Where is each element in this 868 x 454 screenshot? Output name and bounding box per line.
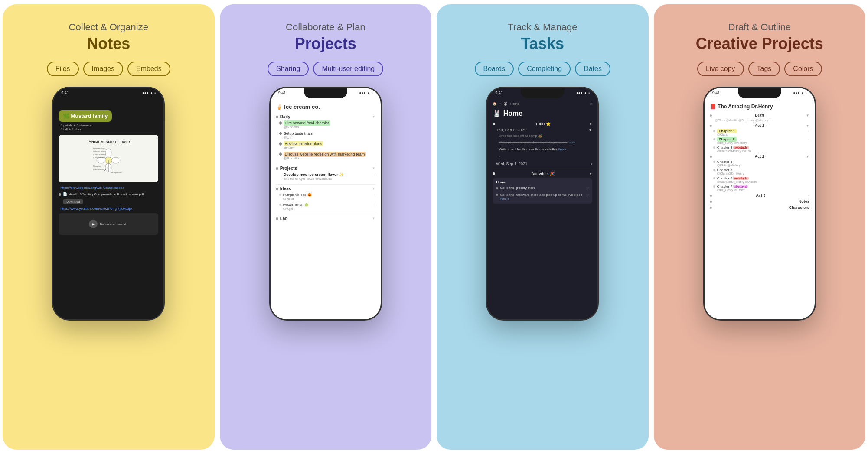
bullet1-text: 📄 Health-Affecting Compounds in Brassica… xyxy=(63,192,144,197)
grocery-dot xyxy=(496,187,498,189)
notes-header: Notes xyxy=(710,199,809,204)
tag-dates[interactable]: Dates xyxy=(575,62,610,76)
todo-header: Todo ⭐ ▼ xyxy=(493,122,592,126)
tag-sharing[interactable]: Sharing xyxy=(268,62,309,76)
tag-livecopy[interactable]: Live copy xyxy=(697,62,744,76)
obstacle-tag-2[interactable]: #obstacle xyxy=(733,177,749,180)
diamond-2 xyxy=(279,132,282,135)
pumpkin-sub: @Nina xyxy=(283,197,375,201)
signal-icon-4: ●●● xyxy=(793,91,799,95)
panel-tasks-title: Tasks xyxy=(521,35,564,53)
date-1-text: Thu, Sep 2, 2021 xyxy=(496,128,526,132)
pecan-sub: @Kyle xyxy=(283,207,375,211)
hardware-chevron[interactable]: › xyxy=(588,193,589,197)
task-1-text: Drop the kids off at camp 🏕️ xyxy=(499,134,592,138)
nav-rabbit-icon: 🐰 xyxy=(503,102,508,106)
panel-creative-title: Creative Projects xyxy=(696,35,823,53)
grocery-text: Go to the grocery store xyxy=(500,186,535,190)
divider-2 xyxy=(276,184,375,185)
phone1-screen: 🌿 Mustard family 4 petals + 6 stamens4 t… xyxy=(53,88,163,319)
note-subtitle: 4 petals + 6 stamens4 tall + 2 short xyxy=(59,123,158,131)
wifi-icon: ▲ xyxy=(150,91,153,95)
tag-embeds[interactable]: Embeds xyxy=(127,62,170,76)
act2-header: Act 2 ▼ xyxy=(710,154,809,159)
signal-icon: ●●● xyxy=(142,91,149,95)
act3-dot xyxy=(710,195,712,197)
draft-sub: @Clara @Austin @Dr_Henry @Mallory ... xyxy=(710,119,809,122)
expand-ideas[interactable]: ▼ xyxy=(372,187,375,191)
project-item-3: Review exterior plans @Sam xyxy=(276,142,375,150)
download-button[interactable]: Download xyxy=(63,199,83,204)
chapter5-text: Chapter 5 xyxy=(717,168,809,172)
draft-expand[interactable]: ▼ xyxy=(806,114,809,117)
svg-text:Receptum: Receptum xyxy=(93,165,101,167)
phone2-screen: 🍦 Ice cream co. Daily ▼ Hire second food… xyxy=(271,88,381,319)
battery-icon-2: ▪ xyxy=(372,91,373,95)
act3-header: Act 3 › xyxy=(710,193,809,198)
activities-expand[interactable]: ▼ xyxy=(589,172,592,176)
panel-projects-title: Projects xyxy=(295,35,356,53)
tag-multiuser[interactable]: Multi-user editing xyxy=(313,62,383,76)
panel-notes: Collect & Organize Notes Files Images Em… xyxy=(3,4,215,450)
work-tag-2[interactable]: #work xyxy=(558,148,566,151)
svg-text:4 short stamens: 4 short stamens xyxy=(93,153,105,156)
act1-expand[interactable]: ▼ xyxy=(806,124,809,128)
develop-chevron[interactable]: › xyxy=(374,173,375,177)
chapter1-sub: @Clara xyxy=(717,133,806,136)
date-2-chevron[interactable]: › xyxy=(591,162,592,166)
betrayal-tag[interactable]: #betrayal xyxy=(733,185,748,188)
phone4-screen: 📕 The Amazing Dr.Henry Draft ▼ @Clara @A… xyxy=(705,88,815,319)
tag-boards[interactable]: Boards xyxy=(475,62,514,76)
video-thumbnail[interactable]: ▶ Brassicaceae-must... xyxy=(59,213,158,235)
act3-expand[interactable]: › xyxy=(808,194,809,198)
diamond-4 xyxy=(279,152,282,156)
hardware-content: Go to the hardware store and pick up som… xyxy=(500,193,586,201)
panel-tasks-tags: Boards Completing Dates xyxy=(475,62,610,76)
note-link1[interactable]: https://en.wikipedia.org/wiki/Brassicace… xyxy=(59,186,158,190)
wifi-icon-2: ▲ xyxy=(367,91,370,95)
work-tag-1[interactable]: #work xyxy=(567,141,575,144)
chapter1-chevron[interactable]: › xyxy=(808,129,809,133)
grocery-chevron[interactable]: › xyxy=(588,186,589,190)
home-group-title: Home xyxy=(496,180,589,184)
expand-daily[interactable]: ▼ xyxy=(372,115,375,119)
svg-text:(false septum): (false septum) xyxy=(93,168,104,170)
date-1-expand[interactable]: ▼ xyxy=(588,128,592,132)
section-projects: Projects ▼ xyxy=(276,166,375,171)
section-lab: Lab ▼ xyxy=(276,216,375,221)
act2-expand[interactable]: ▼ xyxy=(806,155,809,159)
note-image: TYPICAL MUSTARD FLOWER Imbricate calyx xyxy=(59,135,158,182)
chapter6-content: Chapter 6 #obstacle @Clara @Dr_Henry @Au… xyxy=(717,176,809,183)
expand-projects[interactable]: ▼ xyxy=(372,166,375,170)
signal-icon-2: ●●● xyxy=(359,91,365,95)
note-link2[interactable]: https://www.youtube.com/watch?v=gf7jJJxq… xyxy=(59,207,158,211)
chapter2-chevron[interactable]: › xyxy=(808,137,809,141)
todo-expand[interactable]: ▼ xyxy=(589,122,592,126)
phone-status-3: 9:41 ●●● ▲ ▪ xyxy=(487,91,597,95)
chapter2-dot xyxy=(713,138,715,140)
tag-completing[interactable]: Completing xyxy=(518,62,571,76)
pumpkin-dot xyxy=(279,194,281,196)
obstacle-tag-1[interactable]: #obstacle xyxy=(733,146,749,149)
chapter3-dot xyxy=(713,146,715,149)
task-3-chevron[interactable]: › xyxy=(499,155,500,159)
chapter7-dot xyxy=(713,185,715,188)
chapter6-item: Chapter 6 #obstacle @Clara @Dr_Henry @Au… xyxy=(710,176,809,183)
play-button[interactable]: ▶ xyxy=(89,220,98,228)
pecan-row: Pecan melon 🍈 › xyxy=(283,203,375,207)
task-2: Make presentation for last-month's progr… xyxy=(493,140,592,145)
tag-colors[interactable]: Colors xyxy=(784,62,822,76)
notes-section: Notes xyxy=(710,199,809,204)
chapter4-item: Chapter 4 @Elsie @Mallory xyxy=(710,160,809,167)
chore-tag[interactable]: #chore xyxy=(500,197,509,200)
chapter2-text: Chapter 2 xyxy=(717,137,806,141)
activities-dot xyxy=(493,172,495,175)
tag-images[interactable]: Images xyxy=(83,62,123,76)
tag-files[interactable]: Files xyxy=(47,62,79,76)
chapter3-item: Chapter 3 #obstacle @Clara @Mallory @Els… xyxy=(710,146,809,152)
expand-lab[interactable]: ▼ xyxy=(372,217,375,221)
chapter1-item: Chapter 1 @Clara › xyxy=(710,129,809,136)
item-sub-3: @Sam xyxy=(284,146,323,150)
battery-icon: ▪ xyxy=(154,91,156,95)
tag-tags[interactable]: Tags xyxy=(748,62,780,76)
